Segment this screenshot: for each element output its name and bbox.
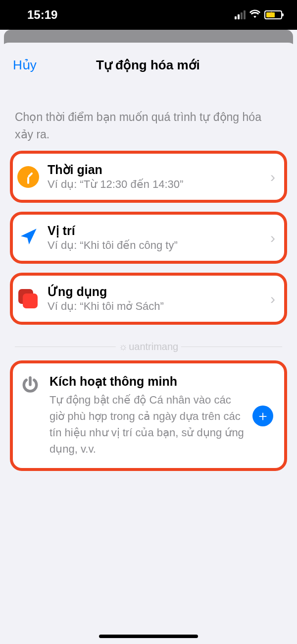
apps-stack-icon <box>16 287 41 311</box>
page-title: Tự động hóa mới <box>12 58 284 73</box>
option-subtitle: Ví dụ: “Khi tôi mở Sách” <box>48 300 270 313</box>
battery-charging-icon: ⚡ <box>264 10 282 19</box>
plus-icon: ＋ <box>256 407 270 425</box>
option-time[interactable]: Thời gian Ví dụ: “Từ 12:30 đến 14:30” › <box>13 154 284 200</box>
chevron-right-icon: › <box>270 230 276 246</box>
chevron-right-icon: › <box>270 291 276 307</box>
option-app[interactable]: Ứng dụng Ví dụ: “Khi tôi mở Sách” › <box>13 276 284 322</box>
section-divider: ☼uantrimang <box>15 337 282 356</box>
option-title: Kích hoạt thông minh <box>50 374 247 389</box>
status-icons: ⚡ <box>235 9 282 20</box>
modal-sheet: Hủy Tự động hóa mới Chọn thời điểm bạn m… <box>0 43 297 644</box>
wifi-icon <box>249 9 260 20</box>
option-subtitle: Ví dụ: “Từ 12:30 đến 14:30” <box>48 178 270 191</box>
power-icon <box>18 373 43 398</box>
nav-bar: Hủy Tự động hóa mới <box>0 43 297 79</box>
option-description: Tự động bật chế độ Cá nhân vào các giờ p… <box>50 392 247 457</box>
option-title: Vị trí <box>48 224 270 238</box>
home-indicator[interactable] <box>99 635 198 638</box>
clock-icon <box>16 165 41 189</box>
option-title: Ứng dụng <box>48 285 270 299</box>
option-smart-activation[interactable]: Kích hoạt thông minh Tự động bật chế độ … <box>13 363 284 468</box>
add-button[interactable]: ＋ <box>252 406 273 426</box>
option-location[interactable]: Vị trí Ví dụ: “Khi tôi đến công ty” › <box>13 215 284 261</box>
options-list: Thời gian Ví dụ: “Từ 12:30 đến 14:30” › … <box>0 154 297 322</box>
option-title: Thời gian <box>48 163 270 177</box>
chevron-right-icon: › <box>270 169 276 185</box>
watermark-text: ☼uantrimang <box>116 341 181 352</box>
section-description: Chọn thời điểm bạn muốn quá trình tự độn… <box>0 79 297 154</box>
status-time: 15:19 <box>27 8 57 22</box>
option-subtitle: Ví dụ: “Khi tôi đến công ty” <box>48 239 270 252</box>
location-arrow-icon <box>16 226 41 250</box>
cellular-signal-icon <box>235 10 246 19</box>
status-bar: 15:19 ⚡ <box>0 0 297 30</box>
